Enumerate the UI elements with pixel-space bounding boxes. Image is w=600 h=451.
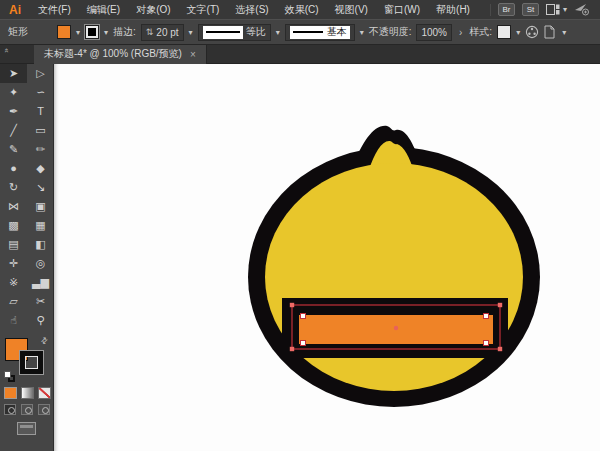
tool-type[interactable]: T [27, 102, 54, 121]
brush-definition-select[interactable]: 基本 [285, 24, 355, 41]
document-tab[interactable]: 未标题-4* @ 100% (RGB/预览) × [34, 45, 207, 64]
opacity-value[interactable]: 100% [421, 27, 447, 38]
draw-behind-button[interactable] [21, 404, 33, 415]
tool-width[interactable]: ⋈ [0, 197, 27, 216]
tool-lasso[interactable]: ∽ [27, 83, 54, 102]
divider [490, 4, 491, 16]
screen-mode-button[interactable] [17, 422, 36, 435]
stroke-weight-label: 描边: [113, 25, 136, 39]
brush-caret-icon[interactable]: ▾ [360, 28, 364, 37]
tool-free-transform[interactable]: ▣ [27, 197, 54, 216]
width-profile-select[interactable]: 等比 [198, 24, 271, 41]
menu-item-view[interactable]: 视图(V) [327, 0, 376, 19]
tool-pencil[interactable]: ✏ [27, 140, 54, 159]
brush-preview: 基本 [290, 26, 350, 39]
active-tool-label: 矩形 [8, 25, 28, 39]
stroke-color-swatch[interactable] [85, 25, 99, 39]
tool-rectangle[interactable]: ▭ [27, 121, 54, 140]
tool-eyedropper[interactable]: ✛ [0, 254, 27, 273]
control-bar: 矩形 ▾ ▾ 描边: ⇅ 20 pt ▾ 等比 ▾ 基本 ▾ 不透明度: 100… [0, 19, 600, 45]
menu-item-select[interactable]: 选择(S) [227, 0, 276, 19]
tool-gradient[interactable]: ◧ [27, 235, 54, 254]
menu-item-file[interactable]: 文件(F) [30, 0, 79, 19]
tool-line-segment[interactable]: ╱ [0, 121, 27, 140]
tool-shape-builder[interactable]: ▩ [0, 216, 27, 235]
tool-blob-brush[interactable]: ● [0, 159, 27, 178]
tool-grid: ➤▷✦∽✒T╱▭✎✏●◆↻↘⋈▣▩▦▤◧✛◎※▃▆▱✂☝⚲ [0, 64, 53, 330]
gradient-button[interactable] [21, 387, 34, 399]
menu-item-edit[interactable]: 编辑(E) [79, 0, 128, 19]
document-caret-icon[interactable]: ▾ [562, 28, 566, 37]
workspace-icon [546, 4, 560, 15]
color-button[interactable] [4, 387, 17, 399]
share-icon[interactable] [574, 3, 590, 16]
bridge-button[interactable]: Br [498, 3, 515, 16]
tool-rotate[interactable]: ↻ [0, 178, 27, 197]
menu-item-type[interactable]: 文字(T) [179, 0, 228, 19]
tool-paintbrush[interactable]: ✎ [0, 140, 27, 159]
draw-normal-button[interactable] [4, 404, 16, 415]
menu-item-help[interactable]: 帮助(H) [428, 0, 478, 19]
app-logo[interactable]: Ai [0, 3, 30, 17]
stroke-weight-caret-icon[interactable]: ▾ [189, 28, 193, 37]
tool-selection[interactable]: ➤ [0, 64, 27, 83]
document-tab-bar: « 未标题-4* @ 100% (RGB/预览) × [0, 45, 600, 64]
stepper-icon[interactable]: ⇅ [146, 27, 154, 37]
artboard-canvas[interactable] [54, 64, 600, 451]
center-point[interactable] [394, 326, 398, 330]
tool-mesh[interactable]: ▤ [0, 235, 27, 254]
menu-item-window[interactable]: 窗口(W) [376, 0, 428, 19]
menu-item-effect[interactable]: 效果(C) [277, 0, 327, 19]
workspace-switcher[interactable]: ▾ [546, 4, 567, 15]
tool-magic-wand[interactable]: ✦ [0, 83, 27, 102]
recolor-artwork-icon[interactable] [525, 25, 539, 39]
stroke-caret-icon[interactable]: ▾ [104, 28, 108, 37]
work-area: ➤▷✦∽✒T╱▭✎✏●◆↻↘⋈▣▩▦▤◧✛◎※▃▆▱✂☝⚲ ⇄ [0, 64, 600, 451]
tools-panel: ➤▷✦∽✒T╱▭✎✏●◆↻↘⋈▣▩▦▤◧✛◎※▃▆▱✂☝⚲ ⇄ [0, 64, 54, 451]
stroke-preview [203, 26, 243, 39]
stroke-weight-field[interactable]: ⇅ 20 pt [141, 24, 184, 41]
document-tab-title: 未标题-4* @ 100% (RGB/预览) [44, 47, 182, 61]
stock-button[interactable]: St [522, 3, 539, 16]
stroke-weight-value[interactable]: 20 pt [156, 27, 178, 38]
tool-scale[interactable]: ↘ [27, 178, 54, 197]
tool-column-graph[interactable]: ▃▆ [27, 273, 54, 292]
tool-blend[interactable]: ◎ [27, 254, 54, 273]
draw-inside-button[interactable] [38, 404, 50, 415]
tool-zoom[interactable]: ⚲ [27, 311, 54, 330]
tool-hand[interactable]: ☝ [0, 311, 27, 330]
color-mode-row [0, 384, 53, 399]
tool-pen[interactable]: ✒ [0, 102, 27, 121]
swap-fill-stroke-icon[interactable]: ⇄ [39, 335, 50, 346]
none-button[interactable] [38, 387, 51, 399]
default-fill-stroke-icon[interactable] [4, 371, 15, 382]
menu-bar-right: Br St ▾ [490, 3, 600, 16]
tool-perspective-grid[interactable]: ▦ [27, 216, 54, 235]
opacity-field[interactable]: 100% [416, 24, 452, 41]
tool-artboard[interactable]: ▱ [0, 292, 27, 311]
width-profile-value: 等比 [246, 25, 266, 39]
opacity-label: 不透明度: [369, 25, 412, 39]
style-swatch[interactable] [497, 25, 511, 39]
collapse-panel-icon[interactable]: « [2, 48, 11, 52]
drawing-modes-row [0, 399, 53, 415]
fill-color-swatch[interactable] [57, 25, 71, 39]
main-menu: 文件(F)编辑(E)对象(O)文字(T)选择(S)效果(C)视图(V)窗口(W)… [30, 0, 478, 19]
document-setup-icon[interactable] [544, 25, 557, 39]
fill-caret-icon[interactable]: ▾ [76, 28, 80, 37]
tool-symbol-sprayer[interactable]: ※ [0, 273, 27, 292]
close-icon[interactable]: × [190, 49, 196, 60]
style-label: 样式: [469, 25, 492, 39]
tool-direct-selection[interactable]: ▷ [27, 64, 54, 83]
style-caret-icon[interactable]: ▾ [516, 28, 520, 37]
artwork [54, 64, 600, 451]
tool-slice[interactable]: ✂ [27, 292, 54, 311]
illustrator-window: Ai 文件(F)编辑(E)对象(O)文字(T)选择(S)效果(C)视图(V)窗口… [0, 0, 600, 451]
width-profile-caret-icon[interactable]: ▾ [276, 28, 280, 37]
stroke-proxy-swatch[interactable] [20, 351, 43, 374]
brush-definition-value: 基本 [327, 25, 347, 39]
menu-item-object[interactable]: 对象(O) [128, 0, 178, 19]
tool-eraser[interactable]: ◆ [27, 159, 54, 178]
opacity-chevron-icon[interactable]: › [457, 27, 464, 38]
chevron-down-icon: ▾ [563, 5, 567, 14]
